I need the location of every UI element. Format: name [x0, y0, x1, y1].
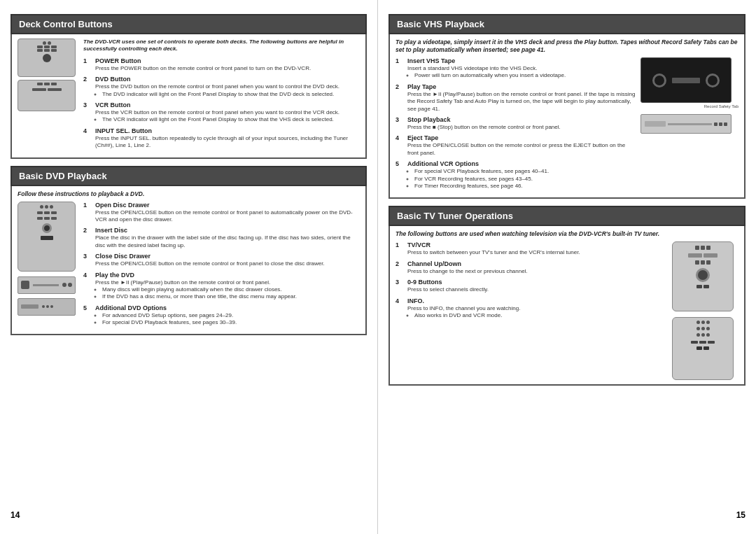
step-stop-playback-desc: Press the ■ (Stop) button on the remote … — [407, 124, 636, 131]
right-page-footer: 15 — [388, 510, 746, 520]
dvd-deck-image — [18, 276, 76, 294]
step-tv-vcr: 1 TV/VCR Press to switch between your TV… — [396, 241, 668, 256]
step-tv-vcr-title: TV/VCR — [407, 241, 668, 248]
tv-tuner-instructions: 1 TV/VCR Press to switch between your TV… — [396, 241, 668, 380]
step-additional-dvd-title: Additional DVD Options — [95, 304, 360, 311]
step-play-dvd-desc: Press the ►II (Play/Pause) button on the… — [95, 279, 360, 286]
tuner-images — [672, 241, 738, 380]
step-power-desc: Press the POWER button on the remote con… — [95, 65, 360, 72]
step-play-tape-desc: Press the ►II (Play/Pause) button on the… — [407, 91, 636, 113]
basic-vhs-intro: To play a videotape, simply insert it in… — [396, 38, 738, 54]
step-play-tape-title: Play Tape — [407, 83, 636, 90]
step-additional-vcr-title: Additional VCR Options — [407, 160, 636, 167]
step-open-drawer: 1 Open Disc Drawer Press the OPEN/CLOSE … — [83, 202, 360, 224]
step-play-dvd-bullet1: Many discs will begin playing automatica… — [102, 286, 360, 293]
step-additional-vcr-bullet2: For VCR Recording features, see pages 43… — [414, 176, 636, 183]
basic-tv-tuner-header: Basic TV Tuner Operations — [388, 206, 746, 226]
step-dvd-bullet: The DVD indicator will light on the Fron… — [102, 91, 360, 98]
remote-tuner-image1 — [672, 241, 734, 311]
step-play-dvd: 4 Play the DVD Press the ►II (Play/Pause… — [83, 272, 360, 301]
vcr-deck-image — [640, 114, 732, 134]
step-insert-vhs-bullet: Power will turn on automatically when yo… — [414, 72, 636, 79]
step-insert-vhs: 1 Insert VHS Tape Insert a standard VHS … — [396, 57, 636, 80]
step-vcr-bullet: The VCR indicator will light on the Fron… — [102, 116, 360, 123]
basic-vhs-section: Basic VHS Playback To play a videotape, … — [388, 14, 746, 199]
right-page-number: 15 — [736, 510, 746, 520]
step-eject-tape-title: Eject Tape — [407, 134, 636, 141]
step-channel-title: Channel Up/Down — [407, 260, 668, 267]
left-page: Deck Control Buttons — [0, 0, 378, 534]
deck-control-steps: 1 POWER Button Press the POWER button on… — [83, 57, 360, 150]
vhs-instructions: 1 Insert VHS Tape Insert a standard VHS … — [396, 57, 636, 193]
step-power-title: POWER Button — [95, 57, 360, 64]
vhs-tape-container: Record Safety Tab — [640, 57, 738, 108]
step-additional-vcr-bullet1: For special VCR Playback features, see p… — [414, 168, 636, 175]
step-info-desc: Press to INFO, the channel you are watch… — [407, 305, 668, 312]
step-insert-vhs-title: Insert VHS Tape — [407, 57, 636, 64]
step-additional-dvd: 5 Additional DVD Options For advanced DV… — [83, 304, 360, 327]
vhs-tape-image — [640, 57, 732, 103]
remote-mid-image — [18, 80, 76, 111]
step-insert-disc-desc: Place the disc in the drawer with the la… — [95, 234, 360, 249]
step-channel-updown: 2 Channel Up/Down Press to change to the… — [396, 260, 668, 275]
step-insert-vhs-desc: Insert a standard VHS videotape into the… — [407, 65, 636, 72]
step-09-desc: Press to select channels directly. — [407, 286, 668, 293]
deck-control-header: Deck Control Buttons — [10, 14, 367, 34]
dvd-images — [18, 202, 79, 330]
basic-dvd-intro: Follow these instructions to playback a … — [18, 190, 360, 198]
left-page-footer: 14 — [10, 510, 367, 520]
step-close-drawer-desc: Press the OPEN/CLOSE button on the remot… — [95, 260, 360, 267]
deck-control-section: Deck Control Buttons — [10, 14, 367, 159]
basic-tv-tuner-intro: The following buttons are used when watc… — [396, 230, 738, 238]
step-channel-desc: Press to change to the next or previous … — [407, 268, 668, 275]
step-open-drawer-title: Open Disc Drawer — [95, 202, 360, 209]
step-input-sel-desc: Press the INPUT SEL. button repeatedly t… — [95, 135, 360, 150]
step-close-drawer: 3 Close Disc Drawer Press the OPEN/CLOSE… — [83, 253, 360, 267]
step-stop-playback: 3 Stop Playback Press the ■ (Stop) butto… — [396, 116, 636, 131]
step-vcr-title: VCR Button — [95, 101, 360, 108]
basic-vhs-header: Basic VHS Playback — [388, 14, 746, 34]
deck-control-images — [18, 38, 79, 153]
step-additional-dvd-bullet2: For special DVD Playback features, see p… — [102, 319, 360, 326]
vhs-images: Record Safety Tab — [640, 57, 738, 193]
basic-tv-tuner-section: Basic TV Tuner Operations The following … — [388, 206, 746, 386]
right-page: Basic VHS Playback To play a videotape, … — [378, 0, 756, 534]
step-input-sel-title: INPUT SEL. Button — [95, 127, 360, 134]
remote-top-image — [18, 38, 76, 77]
basic-dvd-section: Basic DVD Playback Follow these instruct… — [10, 166, 367, 336]
step-tv-vcr-desc: Press to switch between your TV's tuner … — [407, 249, 668, 256]
step-vcr-desc: Press the VCR button on the remote contr… — [95, 109, 360, 116]
step-close-drawer-title: Close Disc Drawer — [95, 253, 360, 260]
dvd-instructions: 1 Open Disc Drawer Press the OPEN/CLOSE … — [83, 202, 360, 330]
step-open-drawer-desc: Press the OPEN/CLOSE button on the remot… — [95, 209, 360, 224]
step-info-bullet: Also works in DVD and VCR mode. — [414, 312, 668, 319]
step-dvd-title: DVD Button — [95, 76, 360, 83]
step-eject-tape: 4 Eject Tape Press the OPEN/CLOSE button… — [396, 134, 636, 157]
step-additional-dvd-bullet1: For advanced DVD Setup options, see page… — [102, 312, 360, 319]
step-power: 1 POWER Button Press the POWER button on… — [83, 57, 360, 72]
left-page-number: 14 — [10, 510, 20, 520]
deck-control-intro: The DVD-VCR uses one set of controls to … — [83, 38, 360, 53]
deck-control-instructions: The DVD-VCR uses one set of controls to … — [83, 38, 360, 153]
step-dvd: 2 DVD Button Press the DVD button on the… — [83, 76, 360, 98]
step-09-buttons: 3 0-9 Buttons Press to select channels d… — [396, 279, 668, 293]
step-additional-vcr-bullet3: For Timer Recording features, see page 4… — [414, 183, 636, 190]
step-09-title: 0-9 Buttons — [407, 279, 668, 286]
remote-full-image — [18, 202, 76, 272]
step-info: 4 INFO. Press to INFO, the channel you a… — [396, 297, 668, 320]
step-play-dvd-title: Play the DVD — [95, 272, 360, 279]
step-play-dvd-bullet2: If the DVD has a disc menu, or more than… — [102, 293, 360, 300]
step-info-title: INFO. — [407, 297, 668, 304]
step-play-tape: 2 Play Tape Press the ►II (Play/Pause) b… — [396, 83, 636, 113]
step-insert-disc: 2 Insert Disc Place the disc in the draw… — [83, 227, 360, 249]
step-eject-tape-desc: Press the OPEN/CLOSE button on the remot… — [407, 142, 636, 157]
step-input-sel: 4 INPUT SEL. Button Press the INPUT SEL.… — [83, 127, 360, 150]
step-dvd-desc: Press the DVD button on the remote contr… — [95, 83, 360, 90]
basic-dvd-header: Basic DVD Playback — [10, 166, 367, 186]
remote-tuner-image2 — [672, 317, 734, 380]
step-vcr: 3 VCR Button Press the VCR button on the… — [83, 101, 360, 124]
step-stop-playback-title: Stop Playback — [407, 116, 636, 123]
dvd-deck-image2 — [18, 298, 76, 316]
step-additional-vcr: 5 Additional VCR Options For special VCR… — [396, 160, 636, 190]
step-insert-disc-title: Insert Disc — [95, 227, 360, 234]
